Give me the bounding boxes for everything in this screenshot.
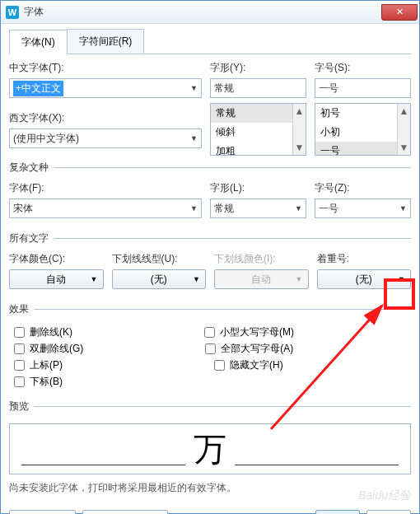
chevron-down-icon: ▼: [295, 204, 302, 213]
cf-size-value: 一号: [319, 202, 338, 216]
all-text-group: 所有文字 字体颜色(C): 自动 ▼ 下划线线型(U): (无) ▼: [9, 231, 411, 297]
chevron-down-icon: ▼: [399, 204, 407, 213]
install-note: 尚未安装此字体，打印时将采用最相近的有效字体。: [9, 481, 411, 495]
scrollbar[interactable]: ▲▼: [292, 104, 306, 155]
cn-font-select[interactable]: +中文正文 ▼: [9, 78, 202, 98]
cancel-button[interactable]: 取消: [366, 510, 411, 514]
check-sup[interactable]: 上标(P): [14, 358, 63, 372]
check-allcaps[interactable]: 全部大写字母(A): [205, 342, 293, 356]
watermark: Baidu经验: [358, 488, 411, 503]
dialog-body: 字体(N) 字符间距(R) 中文字体(T): +中文正文 ▼ 字形(Y): 常规…: [1, 24, 419, 514]
window-title: 字体: [24, 5, 44, 19]
cf-font-label: 字体(F):: [9, 181, 202, 195]
chevron-down-icon: ▼: [193, 275, 200, 283]
style-label: 字形(Y):: [210, 61, 306, 75]
font-color-label: 字体颜色(C):: [9, 252, 104, 266]
size-value: 一号: [319, 82, 338, 96]
tab-strip: 字体(N) 字符间距(R): [9, 29, 411, 54]
underline-combo[interactable]: (无) ▼: [112, 269, 207, 289]
check-dstrike[interactable]: 双删除线(G): [14, 342, 83, 356]
style-listbox[interactable]: 常规 倾斜 加粗 ▲▼: [210, 103, 306, 156]
style-input[interactable]: 常规: [210, 78, 306, 98]
cn-font-label: 中文字体(T):: [9, 61, 202, 75]
check-smallcaps[interactable]: 小型大写字母(M): [204, 325, 294, 339]
list-item[interactable]: 初号: [315, 104, 410, 123]
cf-style-value: 常规: [214, 202, 234, 216]
chevron-down-icon: ▼: [91, 275, 98, 283]
emphasis-label: 着重号:: [317, 252, 412, 266]
west-font-select[interactable]: (使用中文字体) ▼: [9, 128, 202, 148]
size-label: 字号(S):: [315, 61, 411, 75]
cf-style-label: 字形(L):: [210, 181, 306, 195]
preview-legend: 预览: [9, 400, 34, 414]
west-font-value: (使用中文字体): [13, 132, 79, 146]
ulcolor-label: 下划线颜色(I):: [214, 252, 309, 266]
scrollbar[interactable]: ▲▼: [397, 104, 410, 155]
font-dialog: W 字体 ✕ 字体(N) 字符间距(R) 中文字体(T): +中文正文 ▼ 字形…: [0, 0, 420, 514]
app-icon: W: [6, 6, 19, 19]
check-sub[interactable]: 下标(B): [14, 375, 63, 389]
preview-group: 预览 万 尚未安装此字体，打印时将采用最相近的有效字体。: [9, 400, 411, 498]
font-color-value: 自动: [46, 273, 66, 287]
underline-label: 下划线线型(U):: [112, 252, 207, 266]
underline-value: (无): [151, 273, 167, 287]
cf-size-select[interactable]: 一号 ▼: [315, 199, 411, 218]
ok-button[interactable]: 确定: [315, 510, 360, 514]
list-item[interactable]: 加粗: [211, 142, 306, 156]
chevron-down-icon: ▼: [190, 134, 198, 143]
check-hidden[interactable]: 隐藏文字(H): [214, 358, 283, 372]
chevron-down-icon: ▼: [190, 204, 198, 213]
list-item[interactable]: 倾斜: [211, 123, 306, 142]
west-font-label: 西文字体(X):: [9, 111, 202, 125]
titlebar: W 字体 ✕: [1, 1, 419, 24]
chevron-down-icon: ▼: [398, 275, 405, 283]
list-item[interactable]: 小初: [315, 123, 410, 142]
list-item[interactable]: 一号: [315, 142, 410, 156]
list-item[interactable]: 常规: [211, 104, 306, 123]
cf-font-select[interactable]: 宋体 ▼: [9, 199, 202, 218]
emphasis-combo[interactable]: (无) ▼: [317, 269, 412, 289]
complex-legend: 复杂文种: [9, 161, 54, 175]
cf-size-label: 字号(Z):: [315, 181, 411, 195]
style-value: 常规: [214, 82, 234, 96]
effects-legend: 效果: [9, 302, 34, 316]
dialog-footer: 默认(D)... 文本效果(E)... 确定 取消: [9, 510, 411, 514]
size-input[interactable]: 一号: [315, 78, 411, 98]
check-strike[interactable]: 删除线(K): [14, 325, 72, 339]
preview-box: 万: [9, 423, 411, 474]
textfx-button[interactable]: 文本效果(E)...: [82, 510, 168, 514]
alltext-legend: 所有文字: [9, 231, 54, 245]
tab-spacing[interactable]: 字符间距(R): [67, 29, 145, 54]
preview-char: 万: [194, 427, 226, 472]
cn-font-value: +中文正文: [13, 81, 63, 96]
chevron-down-icon: ▼: [296, 275, 303, 283]
default-button[interactable]: 默认(D)...: [9, 510, 76, 514]
ulcolor-value: 自动: [251, 273, 271, 287]
ulcolor-combo: 自动 ▼: [214, 269, 309, 289]
cf-font-value: 宋体: [13, 202, 33, 216]
chevron-down-icon: ▼: [190, 84, 198, 92]
close-button[interactable]: ✕: [381, 4, 418, 21]
cf-style-select[interactable]: 常规 ▼: [210, 199, 306, 218]
size-listbox[interactable]: 初号 小初 一号 ▲▼: [315, 103, 411, 156]
tab-font[interactable]: 字体(N): [9, 30, 68, 54]
effects-group: 效果 删除线(K) 小型大写字母(M) 双删除线(G) 全部大写字母(A) 上标…: [9, 302, 411, 395]
complex-scripts-group: 复杂文种 字体(F): 宋体 ▼ 字形(L): 常规 ▼: [9, 161, 411, 227]
emphasis-value: (无): [356, 273, 372, 287]
font-color-combo[interactable]: 自动 ▼: [9, 269, 104, 289]
